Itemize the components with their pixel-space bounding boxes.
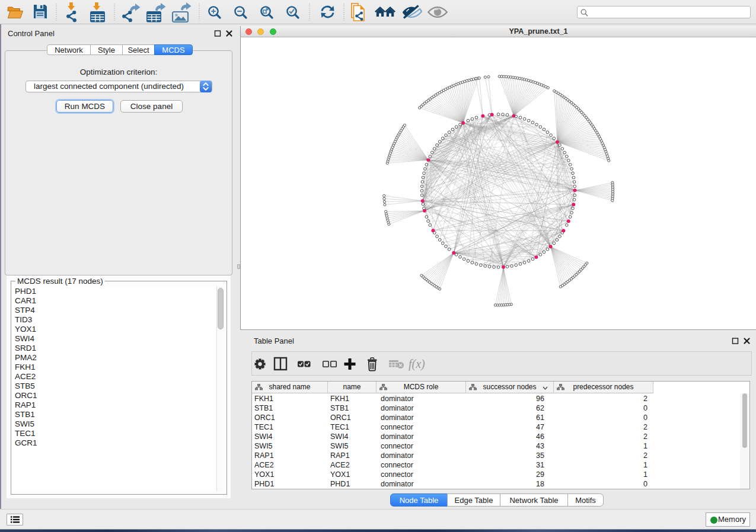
svg-text:f(x): f(x)	[409, 357, 425, 371]
